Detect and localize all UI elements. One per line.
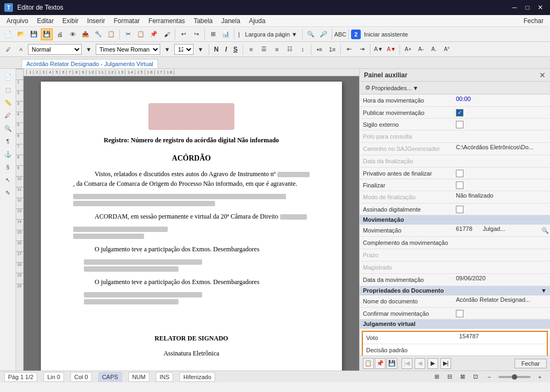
menu-exibir[interactable]: Exibir xyxy=(58,16,83,26)
view-mode-btn-1[interactable]: ⊞ xyxy=(432,372,441,382)
document-tab[interactable]: Acórdão Relator Designado - Julgamento V… xyxy=(22,59,158,68)
status-caps[interactable]: CAPS xyxy=(98,372,122,382)
copy-button[interactable]: 📋 xyxy=(135,28,147,40)
finalizar-checkbox[interactable] xyxy=(456,182,463,189)
nav-first-button[interactable]: |◀ xyxy=(402,358,412,369)
bold-button[interactable]: N xyxy=(211,44,222,55)
increase-font-button[interactable]: A+ xyxy=(402,43,414,55)
decrease-font-button[interactable]: A- xyxy=(415,43,427,55)
indent-decrease-button[interactable]: ⇤ xyxy=(343,43,355,55)
nav-paste-icon[interactable]: 📌 xyxy=(375,358,385,369)
menu-inserir[interactable]: Inserir xyxy=(83,16,109,26)
properties-button[interactable]: ⚙ Propriedades... ▼ xyxy=(363,84,421,91)
preview-button[interactable]: 👁 xyxy=(67,28,78,40)
sidebar-paragraph-icon[interactable]: ¶ xyxy=(2,135,14,147)
sigilo-checkbox[interactable] xyxy=(456,121,463,128)
view-mode-btn-2[interactable]: ⊟ xyxy=(445,372,454,382)
status-hifenizado[interactable]: Hifenizado xyxy=(180,372,215,382)
italic-button[interactable]: I xyxy=(223,44,230,55)
align-center-button[interactable]: ☰ xyxy=(258,43,270,55)
sidebar-ruler-icon[interactable]: 📏 xyxy=(2,97,14,108)
status-ins[interactable]: INS xyxy=(156,372,173,382)
font-options-button[interactable]: A. xyxy=(428,43,440,55)
save-button[interactable]: 💾 xyxy=(28,28,40,40)
redo-button[interactable]: ↪ xyxy=(190,28,202,40)
paste-button[interactable]: 📌 xyxy=(148,28,160,40)
menu-formatar[interactable]: Formatar xyxy=(109,16,144,26)
highlight-button[interactable]: A▼ xyxy=(373,43,384,55)
nav-last-button[interactable]: ▶| xyxy=(440,358,451,369)
font-size-select[interactable]: 12 xyxy=(174,44,194,55)
chart-button[interactable]: 📊 xyxy=(220,28,232,40)
cut-button[interactable]: ✂ xyxy=(122,28,134,40)
fechar-button[interactable]: Fechar xyxy=(515,359,547,368)
sidebar-magnify-icon[interactable]: 🔍 xyxy=(2,122,14,134)
style-select[interactable]: Normal xyxy=(28,44,82,55)
zoom-in-button[interactable]: 🔍 xyxy=(305,28,317,40)
menu-janela[interactable]: Janela xyxy=(217,16,245,26)
menu-tabela[interactable]: Tabela xyxy=(189,16,217,26)
view-mode-btn-4[interactable]: ⊡ xyxy=(470,372,480,382)
maximize-button[interactable]: □ xyxy=(522,2,533,13)
zoom-in-status-button[interactable]: + xyxy=(534,371,546,383)
scan-button[interactable]: 📋 xyxy=(105,28,117,40)
font-dropdown-icon[interactable]: ▼ xyxy=(161,43,173,55)
indent-increase-button[interactable]: ⇥ xyxy=(356,43,368,55)
assinado-checkbox[interactable] xyxy=(456,206,463,213)
sidebar-anchor-icon[interactable]: ⚓ xyxy=(2,148,14,160)
menu-ferramentas[interactable]: Ferramentas xyxy=(144,16,189,26)
underline-button[interactable]: S xyxy=(231,44,240,55)
publicar-checkbox[interactable] xyxy=(456,109,463,117)
status-num[interactable]: NUM xyxy=(128,372,149,382)
close-button[interactable]: ✕ xyxy=(535,2,546,13)
style-dropdown-icon[interactable]: ▼ xyxy=(83,43,95,55)
open-button[interactable]: 📂 xyxy=(15,28,27,40)
undo-button[interactable]: ↩ xyxy=(177,28,189,40)
nav-save-icon[interactable]: 💾 xyxy=(387,358,397,369)
wizard-label[interactable]: Iniciar assistente xyxy=(362,31,410,38)
menu-fechar[interactable]: Fechar xyxy=(519,16,548,26)
panel-close-button[interactable]: ✕ xyxy=(539,71,546,79)
bullet-list-button[interactable]: •≡ xyxy=(313,43,325,55)
view-mode-btn-3[interactable]: ⊠ xyxy=(458,372,467,382)
tools-button[interactable]: 🔧 xyxy=(92,28,104,40)
table-button[interactable]: ⊞ xyxy=(207,28,219,40)
confirmar-checkbox[interactable] xyxy=(456,310,463,317)
number-list-button[interactable]: 1≡ xyxy=(326,43,338,55)
privativo-checkbox[interactable] xyxy=(456,170,463,177)
sidebar-doc-icon[interactable]: 📄 xyxy=(2,71,14,83)
font-color-button[interactable]: A▼ xyxy=(385,43,397,55)
line-spacing-button[interactable]: ↕ xyxy=(297,43,309,55)
sidebar-section-icon[interactable]: § xyxy=(2,161,14,173)
menu-editar[interactable]: Editar xyxy=(33,16,58,26)
nav-prev-button[interactable]: ◀ xyxy=(415,358,425,369)
doc-scroll[interactable]: Registro: Número de registro do acórdão … xyxy=(24,76,359,371)
menu-ajuda[interactable]: Ajuda xyxy=(245,16,270,26)
sidebar-select-icon[interactable]: ↖ xyxy=(2,174,14,186)
nav-copy-icon[interactable]: 📋 xyxy=(363,358,374,369)
spell-button[interactable]: ABC xyxy=(334,28,346,40)
align-right-button[interactable]: ≡ xyxy=(271,43,283,55)
print-button[interactable]: 🖨 xyxy=(54,28,66,40)
assinatura-label: Assinatura Eletrônica xyxy=(73,349,310,358)
zoom-out-status-button[interactable]: − xyxy=(483,371,495,383)
zoom-out-button[interactable]: 🔎 xyxy=(318,28,330,40)
save-active-button[interactable]: 💾 xyxy=(41,28,53,40)
new-doc-button[interactable]: 📄 xyxy=(2,28,14,40)
nav-next-button[interactable]: ▶ xyxy=(427,358,438,369)
sidebar-edit-icon[interactable]: ✎ xyxy=(2,187,14,199)
align-left-button[interactable]: ≡ xyxy=(245,43,257,55)
zoom-slider[interactable] xyxy=(498,376,531,378)
minimize-button[interactable]: ─ xyxy=(509,2,520,13)
page-width-button[interactable]: Largura da págin ▼ xyxy=(242,28,300,40)
menu-arquivo[interactable]: Arquivo xyxy=(2,16,33,26)
export-button[interactable]: 📤 xyxy=(80,28,91,40)
more-font-button[interactable]: A° xyxy=(441,43,453,55)
sidebar-layout-icon[interactable]: ⬚ xyxy=(2,84,14,96)
sidebar-fields-icon[interactable]: 🖊 xyxy=(2,110,14,121)
size-dropdown-icon[interactable]: ▼ xyxy=(195,43,206,55)
search-movimentacao-button[interactable]: 🔍 xyxy=(540,226,550,235)
format-paint-button[interactable]: 🖌 xyxy=(161,28,173,40)
align-justify-button[interactable]: ☷ xyxy=(284,43,296,55)
font-select[interactable]: Times New Roman xyxy=(96,44,160,55)
